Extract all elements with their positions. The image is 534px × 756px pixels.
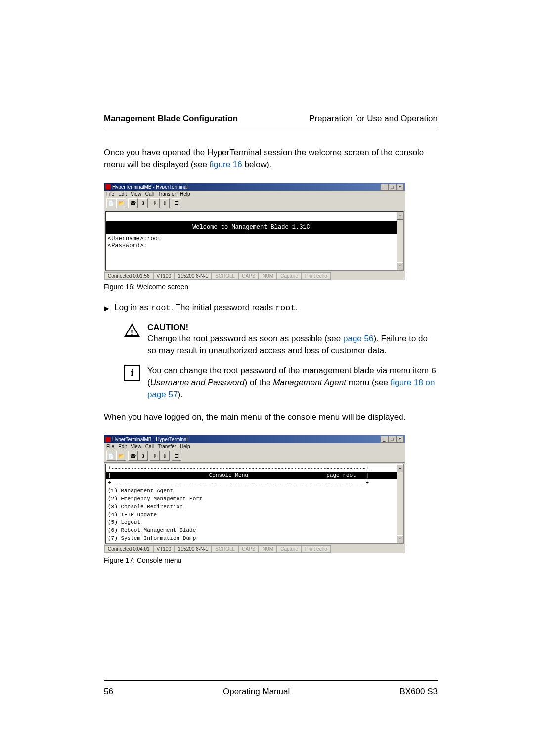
maximize-button[interactable]: □ [388, 184, 396, 190]
bullet-arrow-icon: ▶ [104, 303, 109, 314]
status-capture: Capture [277, 272, 302, 280]
caution-heading: CAUTION! [147, 323, 188, 332]
info-code-6: 6 [431, 366, 436, 376]
menu-edit[interactable]: Edit [118, 191, 127, 197]
toolbar-open-icon[interactable]: 📂 [116, 198, 126, 208]
caution-text-a: Change the root password as soon as poss… [147, 334, 343, 343]
status-scroll-2: SCROLL [212, 545, 238, 553]
figure-16-link[interactable]: figure 16 [210, 160, 242, 169]
toolbar-properties-icon-2[interactable]: ☰ [172, 451, 181, 461]
toolbar-disconnect-icon-2[interactable]: 🕽 [138, 451, 148, 461]
info-icon: i [124, 365, 140, 381]
toolbar-send-icon[interactable]: ⇩ [150, 198, 160, 208]
toolbar-connect-icon-2[interactable]: ☎ [128, 451, 138, 461]
logged-on-text: When you have logged on, the main menu o… [104, 411, 438, 423]
status-bar-2: Connected 0:04:01 VT100 115200 8-N-1 SCR… [104, 545, 405, 553]
console-item-5: (5) Logout [106, 519, 397, 526]
status-caps-2: CAPS [238, 545, 259, 553]
menu-help[interactable]: Help [180, 191, 190, 197]
console-item-2: (2) Emergency Management Port [106, 495, 397, 503]
toolbar-2: 📄 📂 ☎ 🕽 ⇩ ⇧ ☰ [104, 450, 405, 463]
console-dashline-bot: +---------------------------------------… [106, 479, 397, 487]
password-line: <Password>: [106, 242, 397, 249]
toolbar-properties-icon[interactable]: ☰ [172, 198, 181, 208]
figure-16-caption: Figure 16: Welcome screen [104, 283, 438, 291]
menu-help-2[interactable]: Help [180, 444, 190, 449]
window-titlebar: HyperTerminalMB - HyperTerminal _ □ × [104, 183, 405, 191]
page-number: 56 [104, 687, 113, 697]
console-menu-head: | Console Menu page_root | [106, 472, 397, 479]
menu-edit-2[interactable]: Edit [118, 444, 127, 449]
login-code-root-2: root [275, 303, 296, 313]
scroll-up-icon[interactable]: ▴ [397, 212, 403, 220]
toolbar-connect-icon[interactable]: ☎ [128, 198, 138, 208]
login-code-root-1: root [151, 303, 171, 313]
window-title-2: HyperTerminalMB - HyperTerminal [112, 437, 188, 442]
info-italic-1: Username and Password [150, 378, 245, 387]
toolbar-open-icon-2[interactable]: 📂 [116, 451, 126, 461]
console-item-3: (3) Console Redirection [106, 503, 397, 511]
vertical-scrollbar[interactable]: ▴ ▾ [397, 212, 403, 270]
status-caps: CAPS [238, 272, 259, 280]
status-connected: Connected 0:01:56 [104, 272, 153, 280]
footer-center: Operating Manual [223, 687, 290, 697]
app-icon-2 [105, 437, 111, 442]
info-text-1: You can change the root password of the … [147, 366, 431, 375]
toolbar-disconnect-icon[interactable]: 🕽 [138, 198, 148, 208]
toolbar-new-icon[interactable]: 📄 [106, 198, 116, 208]
minimize-button[interactable]: _ [380, 184, 388, 190]
console-item-7: (7) System Information Dump [106, 534, 397, 542]
menu-transfer[interactable]: Transfer [158, 191, 176, 197]
close-button[interactable]: × [396, 184, 404, 190]
login-instruction: ▶ Log in as root. The initial password r… [104, 303, 438, 314]
app-icon [105, 184, 111, 189]
status-scroll: SCROLL [212, 272, 238, 280]
status-baud: 115200 8-N-1 [175, 272, 212, 280]
terminal-area-2: +---------------------------------------… [105, 464, 404, 544]
menu-file-2[interactable]: File [106, 444, 114, 449]
close-button-2[interactable]: × [396, 436, 404, 443]
info-callout: i You can change the root password of th… [104, 365, 438, 400]
status-capture-2: Capture [277, 545, 302, 553]
maximize-button-2[interactable]: □ [388, 436, 396, 443]
header-left: Management Blade Configuration [104, 114, 238, 124]
status-baud-2: 115200 8-N-1 [175, 545, 212, 553]
toolbar-new-icon-2[interactable]: 📄 [106, 451, 116, 461]
username-line: <Username>:root [106, 236, 397, 242]
status-printecho-2: Print echo [302, 545, 331, 553]
info-mid3: menu (see [346, 378, 391, 387]
menu-file[interactable]: File [106, 191, 114, 197]
window-titlebar-2: HyperTerminalMB - HyperTerminal _ □ × [104, 435, 405, 443]
page-56-link[interactable]: page 56 [343, 334, 373, 343]
welcome-banner: Welcome to Management Blade 1.31C [106, 221, 397, 234]
menu-view[interactable]: View [131, 191, 141, 197]
scroll-down-icon[interactable]: ▾ [397, 262, 403, 270]
minimize-button-2[interactable]: _ [380, 436, 388, 443]
menubar: File Edit View Call Transfer Help [104, 191, 405, 197]
menubar-2: File Edit View Call Transfer Help [104, 443, 405, 450]
status-connected-2: Connected 0:04:01 [104, 545, 153, 553]
scroll-down-icon-2[interactable]: ▾ [397, 535, 403, 543]
vertical-scrollbar-2[interactable]: ▴ ▾ [397, 464, 403, 543]
status-printecho: Print echo [302, 272, 331, 280]
menu-call-2[interactable]: Call [145, 444, 154, 449]
page-footer: 56 Operating Manual BX600 S3 [104, 680, 438, 697]
page-content: Management Blade Configuration Preparati… [0, 0, 534, 564]
intro-paragraph: Once you have opened the HyperTerminal s… [104, 147, 438, 171]
figure-17-screenshot: HyperTerminalMB - HyperTerminal _ □ × Fi… [104, 435, 405, 553]
caution-icon: ! [124, 323, 140, 337]
status-term: VT100 [153, 272, 175, 280]
caution-callout: ! CAUTION! Change the root password as s… [104, 322, 438, 357]
toolbar-send-icon-2[interactable]: ⇩ [150, 451, 160, 461]
toolbar-receive-icon-2[interactable]: ⇧ [160, 451, 170, 461]
login-pre: Log in as [114, 303, 151, 312]
info-italic-2: Management Agent [273, 378, 346, 387]
toolbar-receive-icon[interactable]: ⇧ [160, 198, 170, 208]
intro-text-2: below). [242, 160, 272, 169]
footer-right: BX600 S3 [400, 687, 438, 697]
menu-call[interactable]: Call [145, 191, 154, 197]
menu-view-2[interactable]: View [131, 444, 141, 449]
scroll-up-icon-2[interactable]: ▴ [397, 464, 403, 472]
console-item-1: (1) Management Agent [106, 487, 397, 495]
menu-transfer-2[interactable]: Transfer [158, 444, 176, 449]
